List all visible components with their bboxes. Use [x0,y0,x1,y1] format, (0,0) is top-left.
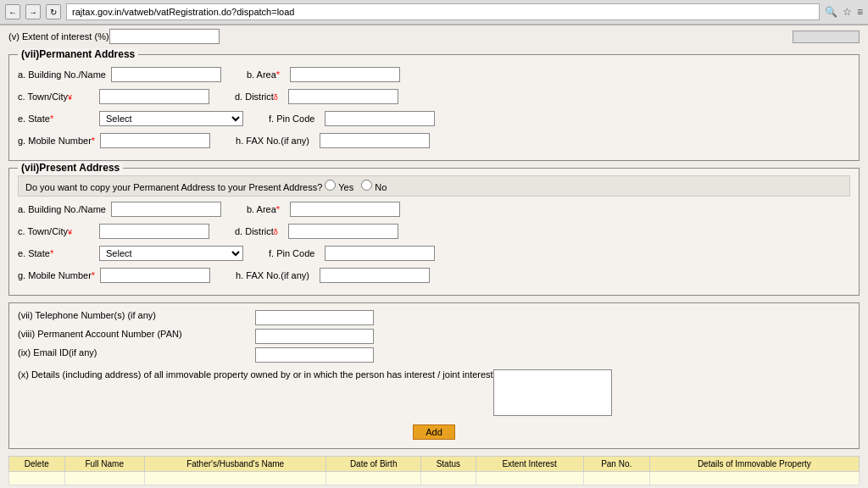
telephone-row: (vii) Telephone Number(s) (if any) [18,310,850,325]
state-field-row-pres: e. State* Select [18,246,243,261]
district-input-perm[interactable] [288,89,398,104]
yes-label[interactable]: Yes [325,182,356,192]
state-label-pres: e. State* [18,248,94,258]
no-label[interactable]: No [361,182,387,192]
pincode-label-perm: f. Pin Code [269,114,314,124]
present-address-title: (vii)Present Address [18,162,123,174]
copy-address-row: Do you want to copy your Permanent Addre… [18,175,850,197]
menu-icon[interactable]: ≡ [857,6,863,18]
table-row [9,472,860,485]
area-input-pres[interactable] [290,202,400,217]
fax-label-perm: h. FAX No.(if any) [236,136,309,146]
town-input-perm[interactable] [99,89,209,104]
col-status: Status [421,457,476,472]
fax-input-perm[interactable] [320,133,430,148]
star-icon[interactable]: ☆ [843,6,852,18]
mobile-input-perm[interactable] [100,133,210,148]
area-field-row-perm: b. Area* [247,67,400,82]
pincode-input-pres[interactable] [325,246,435,261]
reload-button[interactable]: ↻ [46,4,61,19]
email-input[interactable] [255,347,374,363]
town-label-perm: c. Town/City¥ [18,92,94,102]
district-input-pres[interactable] [288,224,398,239]
building-field-row-perm: a. Building No./Name [18,67,221,82]
search-icon[interactable]: 🔍 [825,6,837,18]
mobile-field-row-pres: g. Mobile Number* [18,268,210,283]
district-field-row-pres: d. Districtδ [235,224,398,239]
state-select-pres[interactable]: Select [99,246,243,261]
page-content: (v) Extent of interest (%) (vii)Permanen… [0,25,868,488]
col-fullname: Full Name [64,457,144,472]
building-input-pres[interactable] [111,202,221,217]
property-row: (x) Details (including address) of all i… [18,369,850,416]
permanent-address-section: (vii)Permanent Address a. Building No./N… [8,54,860,161]
partners-table: Delete Full Name Father's/Husband's Name… [8,456,860,485]
col-extent: Extent Interest [476,457,583,472]
forward-button[interactable]: → [25,4,41,19]
district-label-perm: d. Districtδ [235,92,278,102]
email-row: (ix) Email ID(if any) [18,347,850,363]
district-label-pres: d. Districtδ [235,226,278,236]
town-input-pres[interactable] [99,224,209,239]
fax-input-pres[interactable] [320,268,430,283]
col-property: Details of Immovable Property [649,457,859,472]
fax-field-row-pres: h. FAX No.(if any) [236,268,430,283]
town-field-row-perm: c. Town/City¥ [18,89,209,104]
extent-input[interactable] [109,29,220,44]
building-field-row-pres: a. Building No./Name [18,202,221,217]
state-select-perm[interactable]: Select [99,111,243,126]
area-label-perm: b. Area* [247,69,280,80]
fax-label-pres: h. FAX No.(if any) [236,270,309,280]
telephone-input[interactable] [255,310,374,325]
other-info-section: (vii) Telephone Number(s) (if any) (viii… [8,302,860,449]
yes-radio[interactable] [325,180,336,191]
extent-section: (v) Extent of interest (%) [0,25,868,47]
pan-label: (viii) Permanent Account Number (PAN) [18,329,255,339]
mobile-input-pres[interactable] [100,268,210,283]
no-radio[interactable] [361,180,372,191]
add-button[interactable]: Add [413,424,455,440]
browser-toolbar: ← → ↻ 🔍 ☆ ≡ [0,0,868,25]
building-label-pres: a. Building No./Name [18,204,106,214]
copy-question: Do you want to copy your Permanent Addre… [25,182,322,192]
permanent-address-title: (vii)Permanent Address [18,48,138,60]
col-delete: Delete [9,457,65,472]
url-bar[interactable] [66,3,820,20]
pincode-field-row-pres: f. Pin Code [269,246,435,261]
building-input-perm[interactable] [111,67,221,82]
email-label: (ix) Email ID(if any) [18,347,255,358]
mobile-label-pres: g. Mobile Number* [18,270,95,280]
mobile-label-perm: g. Mobile Number* [18,136,95,146]
telephone-label: (vii) Telephone Number(s) (if any) [18,310,255,320]
col-fathername: Father's/Husband's Name [144,457,326,472]
pan-input[interactable] [255,329,374,344]
pincode-field-row-perm: f. Pin Code [269,111,435,126]
top-button-1[interactable] [793,30,860,43]
mobile-field-row-perm: g. Mobile Number* [18,133,210,148]
pincode-input-perm[interactable] [325,111,435,126]
back-button[interactable]: ← [5,4,20,19]
pan-row: (viii) Permanent Account Number (PAN) [18,329,850,344]
property-textarea[interactable] [493,369,612,416]
property-label: (x) Details (including address) of all i… [18,369,493,380]
area-label-pres: b. Area* [247,204,280,214]
present-address-section: (vii)Present Address Do you want to copy… [8,168,860,296]
area-input-perm[interactable] [290,67,400,82]
col-dob: Date of Birth [326,457,421,472]
state-field-row-perm: e. State* Select [18,111,243,126]
col-pan: Pan No. [583,457,649,472]
area-field-row-pres: b. Area* [247,202,400,217]
pincode-label-pres: f. Pin Code [269,248,314,258]
table-section: Delete Full Name Father's/Husband's Name… [8,456,860,485]
browser-chrome: ← → ↻ 🔍 ☆ ≡ [0,0,868,25]
district-field-row-perm: d. Districtδ [235,89,398,104]
town-field-row-pres: c. Town/City¥ [18,224,209,239]
fax-field-row-perm: h. FAX No.(if any) [236,133,430,148]
extent-label: (v) Extent of interest (%) [8,31,109,42]
town-label-pres: c. Town/City¥ [18,226,94,236]
state-label-perm: e. State* [18,114,94,124]
building-label-perm: a. Building No./Name [18,69,106,80]
